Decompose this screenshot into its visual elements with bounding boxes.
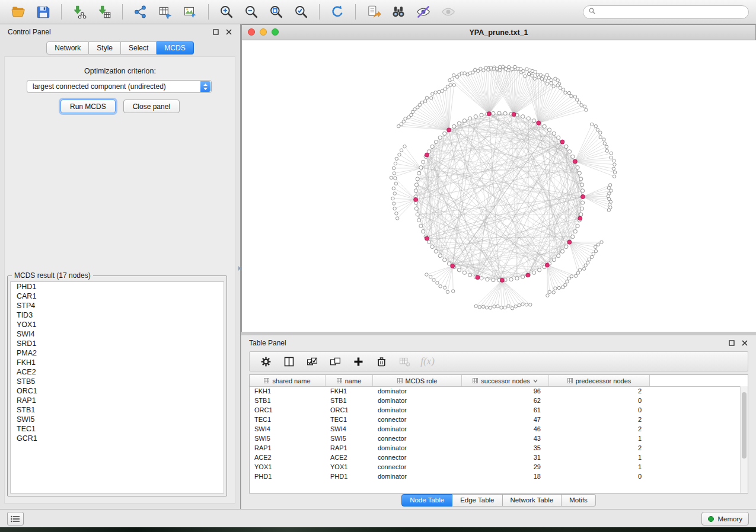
- table-scrollbar[interactable]: [740, 386, 748, 493]
- close-mcds-panel-button[interactable]: Close panel: [123, 100, 180, 113]
- share-document-icon[interactable]: [362, 2, 385, 21]
- mcds-result-item[interactable]: SWI5: [11, 415, 224, 424]
- tab-network-table[interactable]: Network Table: [503, 494, 562, 507]
- table-row[interactable]: RAP1RAP1dominator352: [250, 443, 740, 453]
- table-row[interactable]: YOX1YOX1connector291: [250, 462, 740, 472]
- column-header-shared-name[interactable]: shared name: [250, 375, 326, 386]
- tab-mcds[interactable]: MCDS: [157, 41, 193, 55]
- mcds-result-item[interactable]: GCR1: [11, 434, 224, 443]
- refresh-icon[interactable]: [326, 2, 349, 21]
- tab-node-table[interactable]: Node Table: [401, 494, 452, 507]
- mcds-result-item[interactable]: FKH1: [11, 358, 224, 367]
- search-box[interactable]: [583, 5, 749, 19]
- column-header-name[interactable]: name: [326, 375, 373, 386]
- close-window-button[interactable]: [248, 28, 255, 36]
- column-header-successor-nodes[interactable]: successor nodes: [462, 375, 549, 386]
- float-panel-icon[interactable]: [212, 28, 219, 36]
- status-menu-button[interactable]: [7, 512, 24, 525]
- table-scrollbar-thumb[interactable]: [742, 392, 747, 459]
- table-row[interactable]: SWI5SWI5connector431: [250, 434, 740, 443]
- minimize-window-button[interactable]: [260, 28, 267, 36]
- panel-splitter-handle[interactable]: [237, 263, 243, 275]
- cell-name: YOX1: [326, 463, 373, 470]
- mcds-result-item[interactable]: STP4: [11, 301, 224, 310]
- cell-mcds-role: dominator: [373, 444, 462, 451]
- table-panel-header: Table Panel: [241, 335, 756, 351]
- tab-style[interactable]: Style: [89, 41, 121, 55]
- tab-motifs[interactable]: Motifs: [562, 494, 596, 507]
- import-table-icon[interactable]: [93, 2, 116, 21]
- column-label: MCDS role: [406, 377, 438, 384]
- tab-edge-table[interactable]: Edge Table: [452, 494, 502, 507]
- table-row[interactable]: TEC1TEC1connector472: [250, 415, 740, 424]
- table-row[interactable]: ACE2ACE2connector311: [250, 453, 740, 462]
- mcds-result-item[interactable]: YOX1: [11, 320, 224, 329]
- mcds-result-item[interactable]: SRD1: [11, 339, 224, 348]
- zoom-in-icon[interactable]: [215, 2, 238, 21]
- gear-icon[interactable]: [257, 353, 275, 370]
- import-network-icon[interactable]: [68, 2, 91, 21]
- export-image-icon[interactable]: [179, 2, 202, 21]
- mcds-result-item[interactable]: PHD1: [11, 282, 224, 291]
- select-all-icon[interactable]: [303, 353, 321, 370]
- column-label: predecessor nodes: [576, 377, 631, 384]
- table-panel: Table Panel f(x) shared namenameMCDS rol…: [241, 335, 756, 509]
- mcds-result-item[interactable]: SWI4: [11, 329, 224, 339]
- zoom-fit-icon[interactable]: [265, 2, 288, 21]
- zoom-selected-icon[interactable]: [290, 2, 312, 21]
- close-table-panel-icon[interactable]: [741, 339, 748, 347]
- tab-network[interactable]: Network: [46, 41, 89, 55]
- close-panel-icon[interactable]: [225, 28, 232, 36]
- cell-mcds-role: dominator: [373, 473, 462, 480]
- workspace-region: YPA_prune.txt_1 Table Panel f(x) shared …: [241, 24, 756, 509]
- mcds-result-item[interactable]: PMA2: [11, 348, 224, 358]
- tab-select[interactable]: Select: [121, 41, 157, 55]
- network-window-title: YPA_prune.txt_1: [469, 28, 528, 37]
- table-row[interactable]: SWI4SWI4dominator462: [250, 424, 740, 434]
- export-network-icon[interactable]: [129, 2, 152, 21]
- memory-button[interactable]: Memory: [701, 512, 749, 525]
- cell-shared-name: FKH1: [250, 387, 326, 395]
- mcds-result-item[interactable]: TID3: [11, 310, 224, 320]
- search-input[interactable]: [599, 7, 744, 17]
- add-row-icon[interactable]: [349, 353, 367, 370]
- mcds-result-item[interactable]: STB5: [11, 377, 224, 386]
- zoom-out-icon[interactable]: [240, 2, 263, 21]
- clear-table-icon: [395, 353, 413, 370]
- mcds-result-item[interactable]: RAP1: [11, 396, 224, 405]
- network-canvas[interactable]: [242, 40, 756, 332]
- dropdown-stepper-icon: [200, 81, 210, 92]
- cell-successor-nodes: 31: [462, 454, 549, 461]
- mcds-result-group: MCDS result (17 nodes) PHD1CAR1STP4TID3Y…: [7, 275, 227, 496]
- cell-successor-nodes: 29: [462, 463, 549, 470]
- mcds-result-item[interactable]: STB1: [11, 405, 224, 415]
- mcds-result-item[interactable]: CAR1: [11, 291, 224, 301]
- column-header-predecessor-nodes[interactable]: predecessor nodes: [549, 375, 650, 386]
- table-row[interactable]: FKH1FKH1dominator962: [250, 386, 740, 396]
- table-row[interactable]: PHD1PHD1dominator180: [250, 472, 740, 481]
- find-binoculars-icon[interactable]: [387, 2, 410, 21]
- zoom-window-button[interactable]: [272, 28, 279, 36]
- column-header-mcds-role[interactable]: MCDS role: [373, 375, 462, 386]
- hide-unselected-icon[interactable]: [412, 2, 435, 21]
- optimization-dropdown[interactable]: largest connected component (undirected): [27, 80, 212, 93]
- cell-mcds-role: dominator: [373, 397, 462, 404]
- table-row[interactable]: STB1STB1dominator620: [250, 396, 740, 405]
- open-file-icon[interactable]: [7, 2, 30, 21]
- mcds-result-item[interactable]: ACE2: [11, 367, 224, 377]
- columns-icon[interactable]: [280, 353, 298, 370]
- cell-shared-name: RAP1: [250, 444, 326, 451]
- memory-status-icon: [708, 516, 714, 522]
- show-all-icon: [437, 2, 460, 21]
- mcds-result-item[interactable]: TEC1: [11, 424, 224, 434]
- header-filler: [650, 375, 748, 386]
- deselect-all-icon[interactable]: [326, 353, 344, 370]
- delete-row-icon[interactable]: [372, 353, 390, 370]
- export-table-icon[interactable]: [154, 2, 177, 21]
- table-row[interactable]: ORC1ORC1dominator610: [250, 405, 740, 415]
- toolbar-separator: [319, 4, 320, 20]
- float-table-panel-icon[interactable]: [728, 339, 735, 347]
- mcds-result-item[interactable]: ORC1: [11, 386, 224, 396]
- run-mcds-button[interactable]: Run MCDS: [60, 100, 116, 113]
- save-session-icon[interactable]: [32, 2, 55, 21]
